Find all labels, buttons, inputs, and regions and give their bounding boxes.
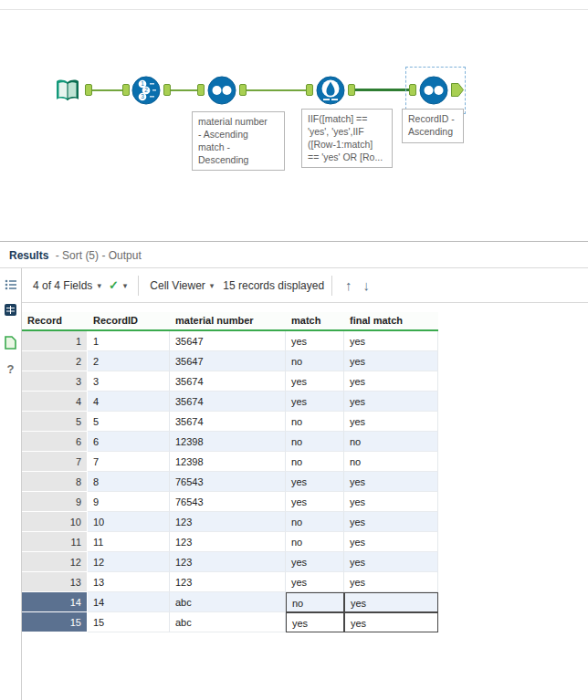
record-number-cell[interactable]: 13 xyxy=(22,572,88,592)
data-cell[interactable]: yes xyxy=(286,612,344,632)
record-number-cell[interactable]: 1 xyxy=(22,331,88,351)
output-anchor-arrow[interactable] xyxy=(451,83,464,100)
data-cell[interactable]: 123 xyxy=(170,552,286,572)
tool-sort[interactable] xyxy=(206,75,237,106)
fields-dropdown[interactable]: 4 of 4 Fields ▾ xyxy=(29,279,105,292)
table-row[interactable]: 1414abcnoyes xyxy=(22,592,438,612)
data-cell[interactable]: 6 xyxy=(88,432,170,452)
connector[interactable] xyxy=(171,89,197,91)
help-icon[interactable]: ? xyxy=(7,362,15,376)
record-number-cell[interactable]: 14 xyxy=(22,592,88,612)
table-row[interactable]: 1010123noyes xyxy=(22,512,438,532)
data-cell[interactable]: 11 xyxy=(88,532,170,552)
next-record-button[interactable]: ↓ xyxy=(358,277,376,293)
data-cell[interactable]: abc xyxy=(170,612,286,632)
data-cell[interactable]: 35674 xyxy=(170,392,286,412)
data-cell[interactable]: yes xyxy=(344,572,438,592)
table-row[interactable]: 1135647yesyes xyxy=(22,331,438,351)
input-anchor[interactable] xyxy=(306,84,313,96)
record-number-cell[interactable]: 7 xyxy=(22,452,88,472)
data-cell[interactable]: yes xyxy=(344,592,438,612)
annotation-sort-config[interactable]: material number - Ascending match - Desc… xyxy=(192,111,285,171)
record-number-cell[interactable]: 9 xyxy=(22,492,88,512)
record-number-cell[interactable]: 2 xyxy=(22,351,88,371)
column-header-match[interactable]: match xyxy=(286,312,344,329)
data-cell[interactable]: yes xyxy=(344,331,438,351)
output-anchor[interactable] xyxy=(348,84,355,96)
column-header-final-match[interactable]: final match xyxy=(344,312,438,329)
record-number-cell[interactable]: 12 xyxy=(22,552,88,572)
data-cell[interactable]: yes xyxy=(344,472,438,492)
data-cell[interactable]: no xyxy=(286,592,344,612)
output-anchor[interactable] xyxy=(163,84,171,96)
data-cell[interactable]: no xyxy=(344,452,438,472)
record-number-cell[interactable]: 8 xyxy=(22,472,88,492)
record-number-cell[interactable]: 15 xyxy=(22,612,88,632)
table-row[interactable]: 4435674yesyes xyxy=(22,392,438,412)
column-header-material-number[interactable]: material number xyxy=(170,312,286,329)
table-row[interactable]: 1111123noyes xyxy=(22,532,438,552)
column-header-record[interactable]: Record xyxy=(22,312,88,329)
data-cell[interactable]: 12398 xyxy=(170,432,286,452)
list-view-icon[interactable] xyxy=(5,277,17,294)
data-cell[interactable]: 4 xyxy=(88,392,170,412)
data-cell[interactable]: 9 xyxy=(88,492,170,512)
data-cell[interactable]: yes xyxy=(286,472,344,492)
connector-selected[interactable] xyxy=(355,89,409,91)
data-view-icon[interactable] xyxy=(5,336,16,353)
data-cell[interactable]: no xyxy=(286,432,344,452)
data-cell[interactable]: 76543 xyxy=(170,492,286,512)
data-cell[interactable]: yes xyxy=(344,512,438,532)
data-cell[interactable]: 15 xyxy=(88,612,170,632)
record-number-cell[interactable]: 4 xyxy=(22,392,88,412)
output-anchor[interactable] xyxy=(85,84,92,96)
data-cell[interactable]: 76543 xyxy=(170,472,286,492)
record-number-cell[interactable]: 3 xyxy=(22,371,88,392)
output-anchor[interactable] xyxy=(239,84,247,96)
tool-sort-5[interactable] xyxy=(418,75,449,106)
data-cell[interactable]: 12 xyxy=(88,552,170,572)
data-cell[interactable]: no xyxy=(286,351,344,371)
cell-viewer-dropdown[interactable]: Cell Viewer ▾ xyxy=(146,279,217,292)
table-row[interactable]: 9976543yesyes xyxy=(22,492,438,512)
data-cell[interactable]: yes xyxy=(286,371,344,392)
connector[interactable] xyxy=(247,89,306,91)
tool-input-data[interactable] xyxy=(52,75,83,106)
annotation-formula-expression[interactable]: IIF([match] == 'yes', 'yes',IIF ([Row-1:… xyxy=(301,109,393,168)
data-cell[interactable]: 12398 xyxy=(170,452,286,472)
data-cell[interactable]: 35674 xyxy=(170,371,286,392)
tool-multi-row-formula[interactable] xyxy=(315,75,346,106)
data-cell[interactable]: 35647 xyxy=(170,331,286,351)
data-cell[interactable]: yes xyxy=(344,492,438,512)
data-cell[interactable]: 123 xyxy=(170,572,286,592)
data-cell[interactable]: 14 xyxy=(88,592,170,612)
metadata-view-icon[interactable] xyxy=(5,303,16,319)
previous-record-button[interactable]: ↑ xyxy=(340,277,358,293)
data-cell[interactable]: yes xyxy=(344,552,438,572)
data-cell[interactable]: yes xyxy=(286,552,344,572)
table-row[interactable]: 1313123yesyes xyxy=(22,572,438,592)
tool-record-id[interactable]: 1 2 3 xyxy=(131,75,162,106)
record-number-cell[interactable]: 11 xyxy=(22,532,88,552)
data-cell[interactable]: 2 xyxy=(88,351,170,371)
table-row[interactable]: 3335674yesyes xyxy=(22,371,438,392)
data-cell[interactable]: 35647 xyxy=(170,351,286,371)
table-row[interactable]: 2235647noyes xyxy=(22,351,438,371)
record-number-cell[interactable]: 10 xyxy=(22,512,88,532)
table-row[interactable]: 7712398nono xyxy=(22,452,438,472)
table-row[interactable]: 8876543yesyes xyxy=(22,472,438,492)
data-cell[interactable]: yes xyxy=(344,392,438,412)
data-cell[interactable]: yes xyxy=(344,412,438,432)
data-cell[interactable]: abc xyxy=(170,592,286,612)
record-number-cell[interactable]: 6 xyxy=(22,432,88,452)
record-number-cell[interactable]: 5 xyxy=(22,412,88,432)
data-cell[interactable]: yes xyxy=(286,331,344,351)
data-cell[interactable]: yes xyxy=(286,392,344,412)
data-cell[interactable]: no xyxy=(286,452,344,472)
data-cell[interactable]: 123 xyxy=(170,532,286,552)
data-cell[interactable]: no xyxy=(344,432,438,452)
data-cell[interactable]: 35674 xyxy=(170,412,286,432)
data-cell[interactable]: no xyxy=(286,532,344,552)
column-header-recordid[interactable]: RecordID xyxy=(88,312,170,329)
data-cell[interactable]: no xyxy=(286,512,344,532)
